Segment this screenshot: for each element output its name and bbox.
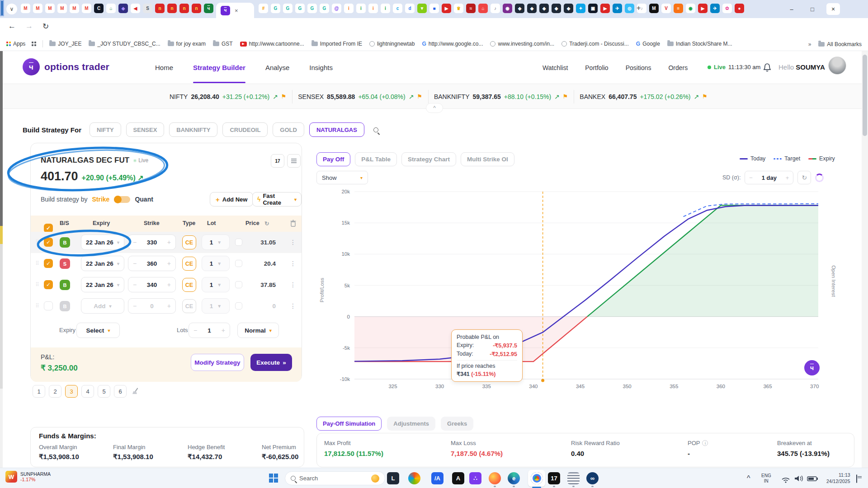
nav-strategy-builder[interactable]: Strategy Builder [193, 52, 245, 83]
active-tab[interactable]: ч × [216, 3, 254, 18]
pinned-tab-r-3[interactable]: G [295, 4, 305, 13]
row-menu-icon[interactable]: ⋮ [290, 239, 296, 246]
sd-days-stepper[interactable]: −1 day+ [745, 171, 793, 184]
pinned-tab-r-23[interactable]: ◈ [539, 4, 549, 13]
nav-analyse[interactable]: Analyse [265, 52, 289, 83]
pinned-tab-r-12[interactable]: d [405, 4, 415, 13]
side-badge[interactable]: S [60, 258, 70, 269]
bookmark-item[interactable]: www.investing.com/in... [490, 41, 554, 47]
bookmark-item[interactable]: _JOY STUDY_CBSC_C... [89, 41, 160, 47]
system-tray-icons[interactable] [781, 474, 820, 483]
leg-checkbox[interactable]: ✓ [44, 259, 53, 268]
app-firefox[interactable] [489, 472, 501, 484]
drag-handle-icon[interactable]: ⠿ [35, 239, 39, 245]
order-mode-select[interactable]: Normal▾ [237, 323, 279, 338]
info-icon[interactable]: i [702, 440, 708, 446]
pinned-tab-r-18[interactable]: ⌂ [478, 4, 488, 13]
option-type-badge[interactable]: CE [182, 278, 196, 292]
side-badge[interactable]: B [60, 301, 70, 311]
start-button[interactable] [269, 474, 278, 483]
minus-icon[interactable]: − [133, 239, 137, 246]
pinned-tab-r-2[interactable]: G [283, 4, 292, 13]
drag-handle-icon[interactable]: ⠿ [35, 282, 39, 288]
pinned-tab-r-20[interactable]: ◉ [503, 4, 512, 13]
drag-handle-icon[interactable]: ⠿ [35, 303, 39, 309]
expiry-select[interactable]: 22 Jan 26▾ [81, 256, 124, 271]
option-type-badge[interactable]: CE [182, 235, 196, 249]
execute-button[interactable]: Execute» [250, 354, 292, 371]
pinned-tab-r-38[interactable]: ✿ [722, 4, 732, 13]
minus-icon[interactable]: − [133, 281, 137, 288]
trash-icon[interactable] [290, 220, 297, 227]
app-ia[interactable]: /A [431, 472, 443, 484]
option-chain-button[interactable] [287, 154, 301, 168]
minus-icon[interactable]: − [133, 260, 137, 267]
tab-pay-off-simulation[interactable]: Pay-Off Simulation [316, 417, 382, 431]
pinned-tab-r-11[interactable]: c [393, 4, 402, 13]
pinned-tab-r-26[interactable]: ✦ [576, 4, 585, 13]
nav-portfolio[interactable]: Portfolio [585, 64, 608, 71]
price-checkbox[interactable] [235, 281, 242, 288]
pinned-tab-r-8[interactable]: i [356, 4, 366, 13]
strike-stepper[interactable]: −340+ [128, 277, 176, 292]
instrument-pill-gold[interactable]: GOLD [273, 122, 304, 137]
pinned-tab-r-5[interactable]: G [320, 4, 329, 13]
pinned-tab-14[interactable]: n [192, 4, 201, 13]
search-icon[interactable] [373, 127, 378, 132]
reload-icon[interactable]: ↻ [42, 22, 49, 31]
modify-strategy-button[interactable]: Modify Strategy [191, 354, 244, 371]
expiry-select[interactable]: 22 Jan 26▾ [81, 277, 124, 292]
drag-handle-icon[interactable]: ⠿ [35, 260, 39, 267]
pinned-tab-r-16[interactable]: ♛ [454, 4, 463, 13]
strike-quant-toggle[interactable] [114, 196, 130, 203]
plus-icon[interactable]: + [167, 239, 171, 246]
strike-mode-label[interactable]: Strike [92, 196, 110, 203]
scrollbar-thumb[interactable] [863, 55, 867, 136]
plus-icon[interactable]: + [167, 281, 171, 288]
minus-icon[interactable]: − [133, 302, 137, 310]
app-tradingview[interactable]: 17 [548, 472, 560, 484]
option-type-badge[interactable]: CE [182, 257, 196, 271]
side-badge[interactable]: B [60, 237, 70, 248]
flag-icon[interactable]: ⚑ [281, 93, 287, 100]
window-maximize-button[interactable]: □ [804, 3, 821, 15]
stock-widget[interactable]: W SUNPHARMA-1.17% [5, 471, 51, 483]
row-menu-icon[interactable]: ⋮ [290, 260, 296, 267]
nav-insights[interactable]: Insights [309, 52, 333, 83]
pinned-tab-8[interactable]: ◆ [118, 4, 128, 13]
all-bookmarks[interactable]: All Bookmarks [818, 41, 862, 47]
bookmark-item[interactable]: ▶http://www.cartoonne... [240, 41, 304, 47]
quant-mode-label[interactable]: Quant [135, 196, 153, 203]
page-3[interactable]: 3 [65, 385, 78, 398]
nav-orders[interactable]: Orders [668, 64, 688, 71]
price-checkbox[interactable] [235, 239, 242, 246]
clock[interactable]: 11:1324/12/2025 [826, 468, 850, 488]
app-dice[interactable]: ∴ [469, 472, 481, 484]
tradingview-chart-button[interactable]: 17 [271, 154, 284, 168]
leg-checkbox[interactable]: ✓ [44, 280, 53, 289]
pinned-tab-5[interactable]: M [82, 4, 91, 13]
pinned-tab-r-32[interactable]: M [649, 4, 659, 13]
pinned-tab-10[interactable]: S [143, 4, 152, 13]
page-4[interactable]: 4 [81, 385, 94, 398]
page-6[interactable]: 6 [114, 385, 127, 398]
page-5[interactable]: 5 [98, 385, 110, 398]
page-2[interactable]: 2 [49, 385, 61, 398]
tab-multi-strike-oi[interactable]: Multi Strike OI [461, 152, 514, 166]
window-close-button[interactable]: × [826, 3, 840, 15]
pinned-tab-r-0[interactable]: # [259, 4, 268, 13]
page-1[interactable]: 1 [33, 385, 45, 398]
lot-select[interactable]: 1▼ [202, 256, 230, 271]
new-tab-button[interactable]: + [637, 4, 641, 12]
fast-create-button[interactable]: ϟFast Create▾ [252, 192, 302, 206]
apps-shortcut[interactable]: Apps [6, 41, 25, 47]
notification-bell-icon[interactable] [762, 63, 772, 73]
bookmark-item[interactable]: GGoogle [636, 41, 660, 47]
pinned-tab-12[interactable]: n [167, 4, 177, 13]
lots-stepper[interactable]: −1+ [189, 323, 230, 338]
pinned-tab-r-39[interactable]: ● [735, 4, 744, 13]
app-photoshop[interactable]: A [452, 472, 464, 484]
pinned-tab-0[interactable]: M [21, 4, 30, 13]
bookmark-item[interactable]: GST [213, 41, 233, 47]
pinned-tab-r-24[interactable]: ◈ [552, 4, 561, 13]
